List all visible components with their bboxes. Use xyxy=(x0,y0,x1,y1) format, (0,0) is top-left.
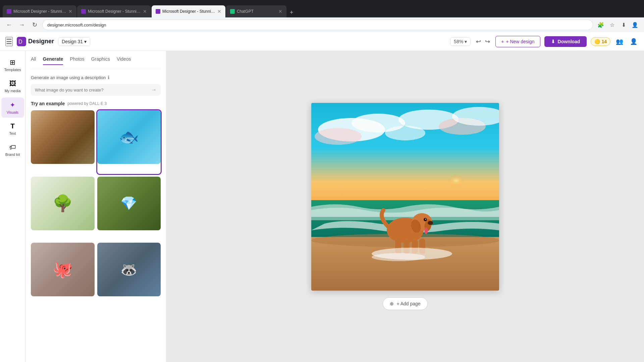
tab-title-4: ChatGPT xyxy=(237,9,276,14)
svg-point-24 xyxy=(425,219,426,220)
coins-badge: 🟡 14 xyxy=(591,37,610,46)
browser-tab-4[interactable]: ChatGPT ✕ xyxy=(226,5,286,17)
svg-point-22 xyxy=(428,221,433,225)
info-icon: ℹ xyxy=(108,75,109,80)
undo-button[interactable]: ↩ xyxy=(475,37,482,47)
coins-count: 14 xyxy=(601,39,607,44)
tab-graphics[interactable]: Graphics xyxy=(91,56,110,65)
address-text: designer.microsoft.com/design xyxy=(47,22,106,27)
icon-nav: ⊞ Templates 🖼 My media ✦ Visuals T Text … xyxy=(0,51,25,362)
design-name-chevron: ▾ xyxy=(84,39,87,44)
generate-heading: Generate an image using a description ℹ xyxy=(31,75,161,80)
browser-toolbar: ← → ↻ designer.microsoft.com/design 🧩 ☆ … xyxy=(0,17,644,32)
design-name-button[interactable]: Design 31 ▾ xyxy=(58,37,90,46)
favorites-icon[interactable]: ☆ xyxy=(607,20,617,30)
extensions-icon[interactable]: 🧩 xyxy=(596,20,606,30)
zoom-control[interactable]: 58% ▾ xyxy=(450,37,471,46)
app-body: ⊞ Templates 🖼 My media ✦ Visuals T Text … xyxy=(0,51,644,362)
add-page-button[interactable]: ⊕ + Add page xyxy=(383,297,427,310)
generate-heading-text: Generate an image using a description xyxy=(31,75,106,80)
canvas-svg xyxy=(311,103,499,291)
sidebar-item-my-media[interactable]: 🖼 My media xyxy=(1,76,24,96)
zoom-value: 58% xyxy=(454,39,463,44)
zoom-chevron-icon: ▾ xyxy=(465,39,467,44)
tab-favicon-3 xyxy=(156,9,160,14)
share-button[interactable]: 👥 xyxy=(614,37,625,47)
browser-tab-1[interactable]: Microsoft Designer - Stunning... ✕ xyxy=(3,5,76,17)
my-media-label: My media xyxy=(5,89,21,93)
tab-photos[interactable]: Photos xyxy=(70,56,85,65)
my-media-icon: 🖼 xyxy=(9,80,16,87)
sidebar-item-text[interactable]: T Text xyxy=(1,119,24,139)
designer-logo-icon: D xyxy=(17,37,26,46)
thumb-bonsai[interactable]: 🌳 xyxy=(31,177,95,240)
undo-redo-controls: ↩ ↪ xyxy=(475,37,491,47)
search-submit-icon[interactable]: → xyxy=(151,87,157,93)
tab-title-1: Microsoft Designer - Stunning... xyxy=(13,9,66,14)
new-tab-button[interactable]: + xyxy=(287,8,296,17)
download-icon: ⬇ xyxy=(551,39,555,44)
new-design-button[interactable]: + + New design xyxy=(495,36,540,47)
svg-text:D: D xyxy=(18,39,22,45)
new-design-label: + New design xyxy=(506,39,534,44)
thumb-fish[interactable]: 🐟 xyxy=(97,110,161,174)
tab-videos[interactable]: Videos xyxy=(117,56,131,65)
side-panel: All Generate Photos Graphics Videos Gene… xyxy=(25,51,166,362)
templates-icon: ⊞ xyxy=(10,58,15,66)
powered-by-label: powered by DALL·E 3 xyxy=(67,101,107,106)
search-bar[interactable]: → xyxy=(31,84,161,96)
tab-close-2[interactable]: ✕ xyxy=(143,9,147,14)
download-toolbar-icon[interactable]: ⬇ xyxy=(619,20,629,30)
browser-tab-2[interactable]: Microsoft Designer - Stunning... ✕ xyxy=(77,5,151,17)
svg-point-26 xyxy=(372,253,425,261)
templates-label: Templates xyxy=(4,68,21,72)
svg-point-3 xyxy=(419,157,472,197)
svg-point-10 xyxy=(385,126,425,140)
design-name-label: Design 31 xyxy=(62,39,83,44)
sidebar-item-visuals[interactable]: ✦ Visuals xyxy=(1,98,24,118)
thumb-octopus[interactable]: 🐙 xyxy=(31,243,95,306)
redo-button[interactable]: ↪ xyxy=(484,37,491,47)
download-button[interactable]: ⬇ Download xyxy=(544,36,587,47)
tab-title-3: Microsoft Designer - Stunning... xyxy=(162,9,215,14)
new-design-plus-icon: + xyxy=(501,39,504,44)
tab-favicon-2 xyxy=(81,9,86,14)
search-input[interactable] xyxy=(35,87,149,93)
panel-tabs: All Generate Photos Graphics Videos xyxy=(31,56,161,69)
try-example-label: Try an example xyxy=(31,101,65,106)
sidebar-item-brand-kit[interactable]: 🏷 Brand kit xyxy=(1,140,24,160)
back-button[interactable]: ← xyxy=(4,20,14,30)
add-page-label: + Add page xyxy=(396,301,420,306)
thumb-diamond[interactable]: 💎 xyxy=(97,177,161,240)
tab-close-3[interactable]: ✕ xyxy=(217,9,221,14)
thumb-raccoon[interactable]: 🦝 xyxy=(97,243,161,306)
account-toolbar-icon[interactable]: 👤 xyxy=(630,20,640,30)
reload-button[interactable]: ↻ xyxy=(30,20,40,30)
app-header: ☰ D Designer Design 31 ▾ 58% ▾ ↩ ↪ + + N… xyxy=(0,32,644,51)
canvas-image[interactable] xyxy=(311,103,499,291)
address-bar[interactable]: designer.microsoft.com/design xyxy=(42,19,593,30)
account-button[interactable]: 👤 xyxy=(629,37,639,47)
try-example-row: Try an example powered by DALL·E 3 xyxy=(31,101,161,106)
canvas-wrapper xyxy=(311,103,499,291)
tab-close-4[interactable]: ✕ xyxy=(278,9,282,14)
logo-area: D Designer xyxy=(17,37,54,46)
visuals-icon: ✦ xyxy=(10,101,15,109)
tab-favicon-1 xyxy=(7,9,11,14)
tab-all[interactable]: All xyxy=(31,56,36,65)
sidebar-item-templates[interactable]: ⊞ Templates xyxy=(1,55,24,75)
forward-button[interactable]: → xyxy=(17,20,27,30)
browser-tabs: Microsoft Designer - Stunning... ✕ Micro… xyxy=(3,0,296,17)
browser-chrome: Microsoft Designer - Stunning... ✕ Micro… xyxy=(0,0,644,17)
brand-kit-label: Brand kit xyxy=(5,153,20,157)
tab-close-1[interactable]: ✕ xyxy=(68,9,72,14)
text-icon: T xyxy=(10,122,14,130)
thumb-sand[interactable] xyxy=(31,110,95,174)
canvas-area: ⊕ + Add page xyxy=(166,51,644,362)
visuals-label: Visuals xyxy=(7,110,18,114)
brand-kit-icon: 🏷 xyxy=(9,143,16,151)
browser-tab-3[interactable]: Microsoft Designer - Stunning... ✕ xyxy=(152,5,225,17)
toolbar-icons: 🧩 ☆ ⬇ 👤 xyxy=(596,20,640,30)
tab-generate[interactable]: Generate xyxy=(43,56,63,65)
hamburger-menu[interactable]: ☰ xyxy=(5,37,13,46)
